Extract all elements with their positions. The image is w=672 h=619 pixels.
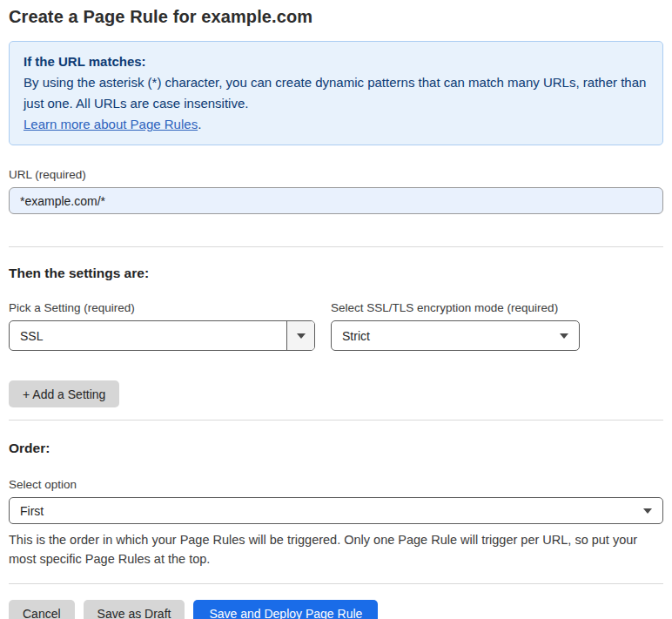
page-title: Create a Page Rule for example.com [9,7,663,27]
pick-setting-value: SSL [10,329,286,343]
ssl-mode-field: Select SSL/TLS encryption mode (required… [331,301,580,351]
divider [9,420,663,421]
order-select[interactable]: First [9,497,663,524]
chevron-down-icon[interactable] [286,321,314,350]
ssl-mode-select[interactable]: Strict [331,320,580,351]
page-rule-form: Create a Page Rule for example.com If th… [0,7,672,619]
info-box-body: By using the asterisk (*) character, you… [24,72,648,114]
chevron-down-icon [633,508,662,514]
divider [9,246,663,247]
order-select-value: First [10,504,633,518]
footer-actions: Cancel Save as Draft Save and Deploy Pag… [9,600,663,619]
pick-setting-select[interactable]: SSL [9,320,315,351]
add-setting-button[interactable]: + Add a Setting [9,380,119,407]
info-box-heading: If the URL matches: [24,51,648,72]
divider [9,583,663,584]
order-select-label: Select option [9,478,663,491]
cancel-button[interactable]: Cancel [9,600,75,619]
order-help-text: This is the order in which your Page Rul… [9,530,657,569]
url-input[interactable] [9,187,663,214]
settings-section-heading: Then the settings are: [9,266,663,281]
pick-setting-field: Pick a Setting (required) SSL [9,301,315,351]
settings-row: Pick a Setting (required) SSL Select SSL… [9,301,663,351]
learn-more-link[interactable]: Learn more about Page Rules [24,117,198,131]
ssl-mode-value: Strict [332,329,549,343]
chevron-down-icon [549,333,579,339]
save-deploy-button[interactable]: Save and Deploy Page Rule [193,600,378,619]
pick-setting-label: Pick a Setting (required) [9,301,315,314]
save-draft-button[interactable]: Save as Draft [84,600,185,619]
order-section-heading: Order: [9,441,663,456]
link-period: . [198,117,201,131]
url-field-label: URL (required) [9,168,663,181]
url-match-info-box: If the URL matches: By using the asteris… [9,41,663,145]
ssl-mode-label: Select SSL/TLS encryption mode (required… [331,301,580,314]
info-box-link-line: Learn more about Page Rules. [24,114,648,135]
